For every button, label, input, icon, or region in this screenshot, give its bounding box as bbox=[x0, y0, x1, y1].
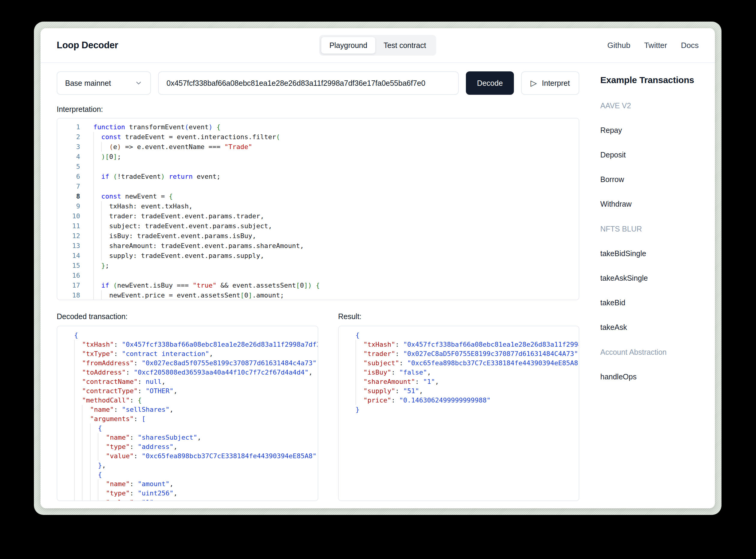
indent-guide bbox=[82, 479, 90, 489]
indent-guide bbox=[74, 498, 82, 501]
code-line: { bbox=[74, 331, 318, 340]
indent-guide bbox=[74, 414, 82, 423]
example-link-takebidsingle[interactable]: takeBidSingle bbox=[600, 249, 699, 258]
example-link-repay[interactable]: Repay bbox=[600, 126, 699, 135]
indent-guide bbox=[74, 461, 82, 470]
code-line: 16 bbox=[57, 270, 579, 281]
tx-hash-input[interactable] bbox=[158, 71, 459, 95]
code-line: "name": "amount", bbox=[74, 479, 318, 489]
interpretation-code-editor[interactable]: 1function transformEvent(event) {2const … bbox=[57, 118, 579, 300]
indent-guide bbox=[93, 142, 101, 152]
main-content: Base mainnet Decode ▷ Interpret Interpre… bbox=[41, 63, 715, 501]
indent-guide bbox=[90, 479, 98, 489]
mode-tab-switcher: Playground Test contract bbox=[319, 35, 436, 56]
code-line: } bbox=[356, 405, 579, 414]
example-link-handleops[interactable]: handleOps bbox=[600, 373, 699, 381]
code-line: }, bbox=[74, 461, 318, 470]
example-link-takeasksingle[interactable]: takeAskSingle bbox=[600, 274, 699, 283]
decode-button[interactable]: Decode bbox=[466, 71, 514, 95]
left-column: Base mainnet Decode ▷ Interpret Interpre… bbox=[57, 71, 579, 501]
result-column: Result: {"txHash": "0x457fcf338baf66a08e… bbox=[338, 312, 579, 501]
indent-guide bbox=[74, 405, 82, 414]
indent-guide bbox=[74, 433, 82, 442]
code-line: "shareAmount": "1", bbox=[356, 377, 579, 386]
indent-guide bbox=[82, 414, 90, 423]
indent-guide bbox=[93, 270, 101, 281]
code-line: "name": "sharesSubject", bbox=[74, 433, 318, 442]
page-frame: Loop Decoder Playground Test contract Gi… bbox=[34, 22, 721, 515]
indent-guide bbox=[356, 368, 363, 377]
line-number: 6 bbox=[57, 172, 80, 181]
indent-guide bbox=[90, 489, 98, 498]
code-line: 12isBuy: tradeEvent.event.params.isBuy, bbox=[57, 231, 579, 241]
example-link-borrow[interactable]: Borrow bbox=[600, 175, 699, 184]
indent-guide bbox=[74, 377, 82, 386]
code-line: "contractName": null, bbox=[74, 377, 318, 386]
code-line: { bbox=[356, 331, 579, 340]
indent-guide bbox=[82, 423, 90, 433]
result-label: Result: bbox=[338, 312, 579, 321]
indent-guide bbox=[93, 221, 101, 231]
indent-guide bbox=[74, 489, 82, 498]
twitter-link[interactable]: Twitter bbox=[644, 41, 667, 50]
code-line: "toAddress": "0xcf205808ed36593aa40a44f1… bbox=[74, 368, 318, 377]
example-link-withdraw[interactable]: Withdraw bbox=[600, 200, 699, 208]
example-link-takeask[interactable]: takeAsk bbox=[600, 323, 699, 332]
tab-test-contract[interactable]: Test contract bbox=[375, 37, 434, 54]
code-line: "isBuy": "false", bbox=[356, 368, 579, 377]
bottom-row: Decoded transaction: {"txHash": "0x457fc… bbox=[57, 312, 579, 501]
code-line: "type": "address", bbox=[74, 442, 318, 451]
line-number: 7 bbox=[57, 181, 80, 191]
network-select[interactable]: Base mainnet bbox=[57, 71, 151, 95]
code-line: 18newEvent.price = event.assetsSent[0].a… bbox=[57, 290, 579, 300]
indent-guide bbox=[101, 241, 109, 251]
indent-guide bbox=[74, 396, 82, 405]
example-link-takebid[interactable]: takeBid bbox=[600, 298, 699, 307]
play-icon: ▷ bbox=[531, 79, 537, 87]
code-line: "price": "0.1463062499999999988" bbox=[356, 396, 579, 405]
line-number: 4 bbox=[57, 152, 80, 162]
github-link[interactable]: Github bbox=[607, 41, 630, 50]
line-number: 8 bbox=[57, 191, 80, 201]
line-number: 16 bbox=[57, 270, 80, 281]
app-card: Loop Decoder Playground Test contract Gi… bbox=[41, 28, 715, 508]
example-link-deposit[interactable]: Deposit bbox=[600, 151, 699, 159]
section-title-nfts-blur: NFTS BLUR bbox=[600, 225, 699, 233]
indent-guide bbox=[93, 201, 101, 211]
result-panel: {"txHash": "0x457fcf338baf66a08ebc81ea1e… bbox=[338, 326, 579, 501]
indent-guide bbox=[82, 451, 90, 461]
code-line: 6if (!tradeEvent) return event; bbox=[57, 172, 579, 181]
code-line: "name": "sellShares", bbox=[74, 405, 318, 414]
code-line: "type": "uint256", bbox=[74, 489, 318, 498]
indent-guide bbox=[98, 433, 106, 442]
indent-guide bbox=[90, 423, 98, 433]
code-line: 13shareAmount: tradeEvent.event.params.s… bbox=[57, 241, 579, 251]
tab-playground[interactable]: Playground bbox=[321, 37, 375, 54]
code-line: "value": "0xc65fea898bcb37C7cE338184fe44… bbox=[74, 451, 318, 461]
line-number: 3 bbox=[57, 142, 80, 152]
indent-guide bbox=[90, 451, 98, 461]
line-number: 15 bbox=[57, 261, 80, 270]
indent-guide bbox=[74, 386, 82, 396]
code-line: { bbox=[74, 470, 318, 479]
indent-guide bbox=[356, 340, 363, 349]
indent-guide bbox=[82, 489, 90, 498]
docs-link[interactable]: Docs bbox=[681, 41, 699, 50]
controls-row: Base mainnet Decode ▷ Interpret bbox=[57, 71, 579, 95]
code-line: 3(e) => e.event.eventName === "Trade" bbox=[57, 142, 579, 152]
chevron-down-icon bbox=[135, 79, 142, 87]
line-number: 10 bbox=[57, 211, 80, 221]
line-number: 2 bbox=[57, 132, 80, 142]
code-line: "txType": "contract interaction", bbox=[74, 349, 318, 358]
code-line: "subject": "0xc65fea898bcb37C7cE338184fe… bbox=[356, 358, 579, 368]
code-line: "trader": "0x027eC8aD5F0755E8199c370877d… bbox=[356, 349, 579, 358]
indent-guide bbox=[90, 470, 98, 479]
code-line: 2const tradeEvent = event.interactions.f… bbox=[57, 132, 579, 142]
interpret-button[interactable]: ▷ Interpret bbox=[521, 71, 579, 95]
indent-guide bbox=[101, 290, 109, 300]
line-number: 9 bbox=[57, 201, 80, 211]
code-line: { bbox=[74, 423, 318, 433]
line-number: 11 bbox=[57, 221, 80, 231]
decoded-column: Decoded transaction: {"txHash": "0x457fc… bbox=[57, 312, 318, 501]
interpret-button-label: Interpret bbox=[542, 79, 570, 88]
